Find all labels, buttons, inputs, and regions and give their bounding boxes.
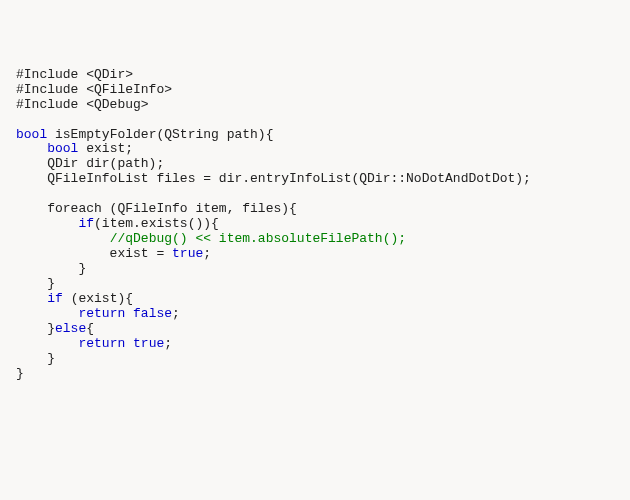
code-text (16, 291, 47, 306)
code-text: } (16, 321, 55, 336)
code-text (16, 216, 78, 231)
code-text (125, 336, 133, 351)
code-text: (item.exists()){ (94, 216, 219, 231)
code-text: ; (172, 306, 180, 321)
code-text (16, 231, 110, 246)
code-line: } (16, 261, 86, 276)
code-line: QDir dir(path); (16, 156, 164, 171)
code-text: exist; (78, 141, 133, 156)
code-text: ; (203, 246, 211, 261)
comment: //qDebug() << item.absoluteFilePath(); (110, 231, 406, 246)
literal: false (133, 306, 172, 321)
keyword: return (78, 336, 125, 351)
keyword: if (78, 216, 94, 231)
code-line: } (16, 366, 24, 381)
code-text: ; (164, 336, 172, 351)
literal: true (172, 246, 203, 261)
code-text: { (86, 321, 94, 336)
code-block: #Include <QDir> #Include <QFileInfo> #In… (16, 68, 614, 382)
code-line: } (16, 276, 55, 291)
code-line: #Include <QFileInfo> (16, 82, 172, 97)
code-text: exist = (16, 246, 172, 261)
keyword: if (47, 291, 63, 306)
code-text (16, 141, 47, 156)
code-text: (exist){ (63, 291, 133, 306)
code-text (16, 336, 78, 351)
keyword: bool (47, 141, 78, 156)
literal: true (133, 336, 164, 351)
code-line: QFileInfoList files = dir.entryInfoList(… (16, 171, 531, 186)
code-text (16, 306, 78, 321)
code-text (125, 306, 133, 321)
code-line: } (16, 351, 55, 366)
keyword: bool (16, 127, 47, 142)
code-line: foreach (QFileInfo item, files){ (16, 201, 297, 216)
code-line: #Include <QDir> (16, 67, 133, 82)
code-line: #Include <QDebug> (16, 97, 149, 112)
code-text: isEmptyFolder(QString path){ (47, 127, 273, 142)
keyword: return (78, 306, 125, 321)
keyword: else (55, 321, 86, 336)
